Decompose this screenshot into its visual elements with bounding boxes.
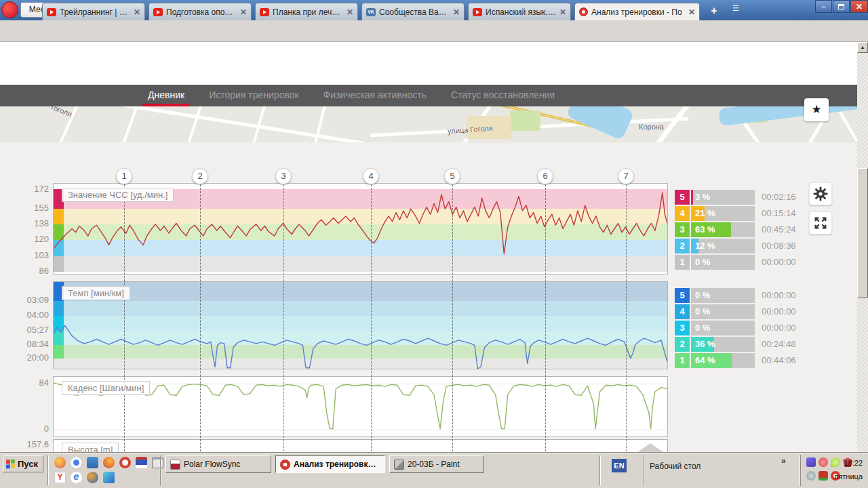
tab-close-icon[interactable]: ✕ bbox=[240, 7, 247, 17]
new-tab-button[interactable]: + bbox=[705, 4, 723, 18]
quicklaunch-window-icon[interactable] bbox=[152, 457, 163, 468]
heart-rate-chart[interactable]: Значение ЧСС [уд./мин.] bbox=[53, 183, 668, 274]
zone-time: 00:00:00 bbox=[762, 321, 809, 336]
youtube-icon bbox=[473, 8, 482, 16]
quicklaunch-ie-icon[interactable]: e bbox=[71, 472, 82, 483]
taskbar-separator bbox=[47, 455, 49, 485]
tab-close-icon[interactable]: ✕ bbox=[347, 7, 353, 17]
km-marker-3: 3 bbox=[275, 168, 292, 184]
opera-icon bbox=[280, 460, 290, 470]
zone-number: 3 bbox=[675, 321, 690, 336]
pace-line bbox=[54, 282, 667, 369]
zone-time: 00:24:48 bbox=[762, 337, 809, 352]
quicklaunch-chrome-icon[interactable] bbox=[71, 457, 82, 468]
quicklaunch-amigo-icon[interactable] bbox=[54, 457, 66, 468]
tab-4[interactable]: VK Сообщества Василия Лу ✕ bbox=[361, 3, 465, 20]
zone-percent: 3 % bbox=[695, 190, 710, 205]
paint-icon bbox=[394, 460, 404, 470]
scroll-up-button[interactable]: ▲ bbox=[857, 42, 868, 53]
tab-1[interactable]: Трейлраннинг | Упражн ✕ bbox=[42, 3, 145, 20]
zone-number: 2 bbox=[675, 239, 690, 253]
hr-zone-row-4: 4 21 % 00:15:14 bbox=[675, 206, 810, 221]
scrollbar-thumb[interactable] bbox=[857, 168, 868, 298]
task-button-opera-active[interactable]: Анализ тренировки - ... bbox=[275, 455, 385, 473]
zone-number: 2 bbox=[675, 337, 690, 352]
page-scrollbar[interactable]: ▲ bbox=[857, 42, 868, 453]
tab-5[interactable]: Испанский язык. Pasad ✕ bbox=[468, 3, 571, 20]
start-button[interactable]: Пуск bbox=[3, 455, 43, 472]
youtube-icon bbox=[47, 8, 56, 16]
opera-menu-icon[interactable] bbox=[1, 1, 18, 18]
hr-zone-row-5: 5 3 % 00:02:16 bbox=[675, 190, 810, 205]
subnav-recovery[interactable]: Статус восстановления bbox=[451, 85, 555, 106]
quicklaunch-player-icon[interactable] bbox=[87, 472, 98, 483]
subnav-diary[interactable]: Дневник bbox=[148, 85, 184, 106]
tray-icon-2[interactable] bbox=[818, 458, 828, 467]
language-indicator[interactable]: EN bbox=[612, 459, 627, 472]
desktop-toolbar-label[interactable]: Рабочий стол bbox=[650, 462, 701, 471]
tab-close-icon[interactable]: ✕ bbox=[134, 7, 140, 17]
window-minimize-button[interactable]: − bbox=[815, 0, 832, 13]
tray-icon-webcam[interactable] bbox=[806, 471, 816, 481]
zone-number: 1 bbox=[675, 255, 690, 270]
task-button-flowsync[interactable]: Polar FlowSync bbox=[165, 455, 271, 473]
system-tray: 18:22 пятница bbox=[800, 455, 865, 486]
tray-icon-dictionary[interactable] bbox=[818, 471, 828, 481]
screen: Меню Трейлраннинг | Упражн ✕ Подготовка … bbox=[0, 0, 868, 488]
zone-percent: 0 % bbox=[695, 321, 710, 336]
gear-icon bbox=[812, 186, 829, 202]
tab-close-icon[interactable]: ✕ bbox=[559, 7, 566, 17]
windows-logo-icon bbox=[6, 459, 15, 468]
youtube-icon bbox=[153, 8, 163, 16]
pace-ytick: 20:00 bbox=[26, 352, 49, 363]
tab-title: Испанский язык. Pasad bbox=[486, 7, 556, 17]
quicklaunch-opera-icon[interactable] bbox=[119, 457, 131, 468]
tab-list-button[interactable]: ☰ bbox=[727, 4, 745, 18]
zone-percent: 0 % bbox=[695, 255, 710, 270]
taskbar: Пуск Y e Polar FlowSync Анализ тренировк… bbox=[0, 453, 868, 488]
altitude-chart[interactable]: Высота [m] bbox=[53, 439, 668, 453]
km-marker-4: 4 bbox=[363, 168, 379, 184]
zone-number: 3 bbox=[675, 222, 690, 237]
zone-percent: 12 % bbox=[695, 239, 715, 253]
pace-zone-row-3: 3 0 % 00:00:00 bbox=[675, 321, 810, 336]
quicklaunch-app-icon[interactable] bbox=[103, 472, 115, 483]
diary-subnav: Дневник История тренировок Физическая ак… bbox=[0, 85, 868, 106]
flowsync-icon bbox=[170, 460, 180, 470]
tab-2[interactable]: Подготовка опорно-дв ✕ bbox=[149, 3, 252, 20]
zone-number: 5 bbox=[675, 190, 690, 205]
window-close-button[interactable]: ✕ bbox=[850, 0, 868, 13]
toolbar-chevron[interactable]: » bbox=[781, 456, 786, 466]
tray-icon-1[interactable] bbox=[806, 458, 816, 467]
chart-settings-button[interactable] bbox=[809, 182, 832, 205]
zone-time: 00:02:16 bbox=[762, 190, 809, 205]
tab-close-icon[interactable]: ✕ bbox=[688, 7, 695, 17]
pace-chart[interactable]: Темп [мин/км] bbox=[53, 281, 668, 369]
quicklaunch-firefox-icon[interactable] bbox=[103, 457, 115, 468]
tab-3[interactable]: Планка при лечении по ✕ bbox=[255, 3, 358, 20]
pace-ytick: 04:00 bbox=[26, 310, 49, 320]
window-maximize-button[interactable] bbox=[833, 0, 850, 13]
browser-tab-bar: Меню Трейлраннинг | Упражн ✕ Подготовка … bbox=[0, 0, 868, 20]
subnav-activity[interactable]: Физическая активность bbox=[323, 85, 427, 106]
zone-time: 00:15:14 bbox=[762, 206, 809, 221]
favorite-route-button[interactable]: ★ bbox=[804, 98, 829, 121]
zone-bar-fill bbox=[691, 190, 693, 205]
opera-icon bbox=[579, 7, 588, 16]
tab-close-icon[interactable]: ✕ bbox=[453, 7, 460, 17]
route-map[interactable]: гоголя Корона улица Гоголя 500 m © 2020 … bbox=[0, 106, 868, 142]
chart-fullscreen-button[interactable] bbox=[809, 211, 832, 235]
quicklaunch-home-icon[interactable] bbox=[87, 457, 98, 468]
cadence-chart-title: Каденс [Шаги/мин] bbox=[62, 381, 150, 395]
quicklaunch-yandex-icon[interactable]: Y bbox=[54, 472, 66, 483]
map-street bbox=[186, 106, 203, 142]
task-button-paint[interactable]: 20-03Б - Paint bbox=[389, 455, 484, 473]
zone-time: 00:08:36 bbox=[762, 239, 809, 253]
subnav-history[interactable]: История тренировок bbox=[209, 85, 298, 106]
cadence-chart[interactable]: Каденс [Шаги/мин] bbox=[53, 376, 668, 437]
quicklaunch-flowsync-icon[interactable] bbox=[136, 457, 147, 468]
tray-icon-3[interactable] bbox=[831, 458, 840, 467]
zone-time: 00:00:00 bbox=[762, 304, 809, 319]
tab-6-active[interactable]: Анализ тренировки - По ✕ bbox=[574, 3, 700, 20]
zone-number: 5 bbox=[675, 288, 690, 303]
